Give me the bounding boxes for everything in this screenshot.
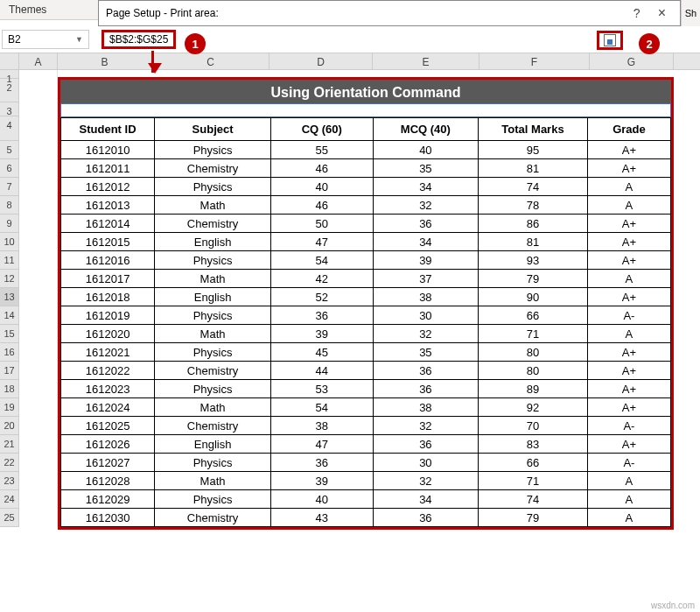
cell[interactable]: A <box>587 270 670 288</box>
cell[interactable]: 36 <box>373 435 479 454</box>
cell[interactable]: A <box>587 509 670 527</box>
cell[interactable]: 79 <box>479 509 588 527</box>
cell[interactable]: 34 <box>373 233 479 251</box>
col-header-d[interactable]: D <box>270 53 373 69</box>
dialog-help-button[interactable]: ? <box>623 6 651 20</box>
col-header-f[interactable]: F <box>480 53 590 69</box>
header-cq[interactable]: CQ (60) <box>271 118 374 141</box>
cell[interactable]: 40 <box>271 490 374 509</box>
row-header-17[interactable]: 17 <box>0 362 18 380</box>
row-header-13[interactable]: 13 <box>0 288 18 306</box>
cell[interactable]: 30 <box>373 454 479 472</box>
cell[interactable]: 70 <box>479 417 588 435</box>
cell[interactable]: 39 <box>373 251 479 270</box>
cell[interactable]: Physics <box>155 251 271 270</box>
cell[interactable]: 1612027 <box>61 454 155 472</box>
cell[interactable]: A <box>587 178 670 196</box>
cell[interactable]: A+ <box>587 215 670 233</box>
row-header-3[interactable]: 3 <box>0 102 18 116</box>
cell[interactable]: 34 <box>373 178 479 196</box>
cell[interactable]: 1612015 <box>61 233 155 251</box>
col-header-e[interactable]: E <box>373 53 480 69</box>
col-header-g[interactable]: G <box>590 53 674 69</box>
select-all-corner[interactable] <box>0 53 19 69</box>
cell[interactable]: Physics <box>155 178 271 196</box>
cell[interactable]: 42 <box>271 270 374 288</box>
table-row[interactable]: 1612019Physics363066A- <box>61 306 671 325</box>
table-row[interactable]: 1612012Physics403474A <box>61 178 671 196</box>
cell[interactable]: A+ <box>587 159 670 178</box>
cell[interactable]: 1612022 <box>61 362 155 380</box>
cell[interactable]: Chemistry <box>155 362 271 380</box>
table-row[interactable]: 1612023Physics533689A+ <box>61 380 671 398</box>
cell[interactable]: 40 <box>373 141 479 159</box>
cell[interactable]: 32 <box>373 417 479 435</box>
cells-area[interactable]: Using Orientation Command Student ID Sub… <box>19 70 700 527</box>
cell[interactable]: Chemistry <box>155 159 271 178</box>
table-row[interactable]: 1612015English473481A+ <box>61 233 671 251</box>
cell[interactable]: 1612014 <box>61 215 155 233</box>
cell[interactable]: A <box>587 325 670 343</box>
collapse-dialog-button[interactable] <box>597 31 623 50</box>
cell[interactable]: 66 <box>479 454 588 472</box>
cell[interactable]: English <box>155 435 271 454</box>
cell[interactable]: 1612024 <box>61 398 155 417</box>
cell[interactable]: 93 <box>479 251 588 270</box>
cell[interactable]: 1612013 <box>61 196 155 215</box>
row-header-22[interactable]: 22 <box>0 454 18 472</box>
cell[interactable]: 30 <box>373 306 479 325</box>
cell[interactable]: A- <box>587 417 670 435</box>
cell[interactable]: 1612016 <box>61 251 155 270</box>
cell[interactable]: 1612017 <box>61 270 155 288</box>
table-row[interactable]: 1612014Chemistry503686A+ <box>61 215 671 233</box>
row-header-12[interactable]: 12 <box>0 270 18 288</box>
cell[interactable]: A+ <box>587 435 670 454</box>
cell[interactable]: A+ <box>587 233 670 251</box>
cell[interactable]: Physics <box>155 343 271 362</box>
col-header-a[interactable]: A <box>19 53 58 69</box>
cell[interactable]: 1612023 <box>61 380 155 398</box>
cell[interactable]: 71 <box>479 325 588 343</box>
cell[interactable]: 36 <box>373 215 479 233</box>
cell[interactable]: 32 <box>373 325 479 343</box>
cell[interactable]: English <box>155 233 271 251</box>
row-header-1[interactable]: 1 <box>0 70 18 79</box>
cell[interactable]: 35 <box>373 343 479 362</box>
table-row[interactable]: 1612024Math543892A+ <box>61 398 671 417</box>
table-row[interactable]: 1612021Physics453580A+ <box>61 343 671 362</box>
cell[interactable]: Math <box>155 472 271 490</box>
row-header-9[interactable]: 9 <box>0 215 18 233</box>
row-header-18[interactable]: 18 <box>0 380 18 398</box>
cell[interactable]: 66 <box>479 306 588 325</box>
cell[interactable]: 52 <box>271 288 374 306</box>
header-mcq[interactable]: MCQ (40) <box>373 118 479 141</box>
cell[interactable]: 36 <box>373 380 479 398</box>
cell[interactable]: A+ <box>587 362 670 380</box>
cell[interactable]: Physics <box>155 306 271 325</box>
table-row[interactable]: 1612029Physics403474A <box>61 490 671 509</box>
cell[interactable]: 36 <box>271 454 374 472</box>
cell[interactable]: 83 <box>479 435 588 454</box>
cell[interactable]: 1612021 <box>61 343 155 362</box>
cell[interactable]: A+ <box>587 380 670 398</box>
row-header-6[interactable]: 6 <box>0 159 18 178</box>
table-row[interactable]: 1612011Chemistry463581A+ <box>61 159 671 178</box>
row-header-24[interactable]: 24 <box>0 490 18 509</box>
cell[interactable]: 95 <box>479 141 588 159</box>
cell[interactable]: 43 <box>271 509 374 527</box>
cell[interactable]: Math <box>155 325 271 343</box>
row-header-14[interactable]: 14 <box>0 306 18 325</box>
cell[interactable]: 71 <box>479 472 588 490</box>
cell[interactable]: Chemistry <box>155 215 271 233</box>
header-total[interactable]: Total Marks <box>479 118 588 141</box>
cell[interactable]: 1612010 <box>61 141 155 159</box>
row-header-7[interactable]: 7 <box>0 178 18 196</box>
cell[interactable]: 39 <box>271 325 374 343</box>
cell[interactable]: 38 <box>271 417 374 435</box>
themes-button[interactable]: Themes <box>0 1 55 18</box>
row-header-16[interactable]: 16 <box>0 343 18 362</box>
chevron-down-icon[interactable]: ▼ <box>75 35 83 44</box>
table-row[interactable]: 1612016Physics543993A+ <box>61 251 671 270</box>
cell[interactable]: Math <box>155 398 271 417</box>
cell[interactable]: English <box>155 288 271 306</box>
